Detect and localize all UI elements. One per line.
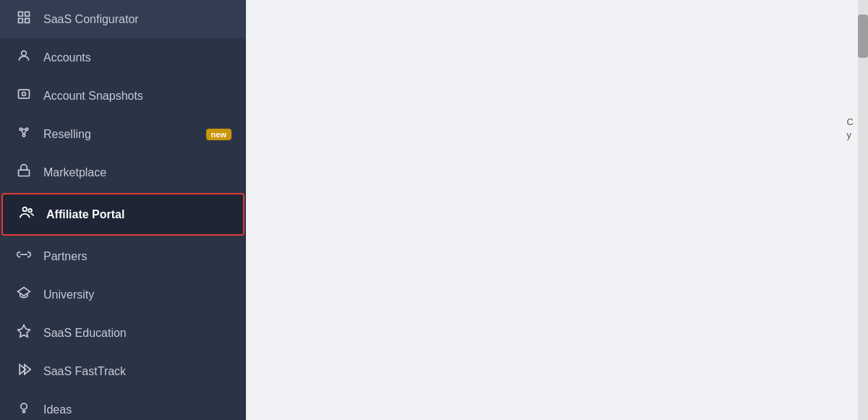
account-snapshots-icon [14,87,33,105]
svg-rect-13 [19,170,30,176]
sidebar-item-account-snapshots[interactable]: Account Snapshots [0,77,246,115]
svg-point-14 [23,207,27,212]
scrollbar-thumb[interactable] [858,14,868,58]
sidebar-item-affiliate-portal[interactable]: Affiliate Portal [1,193,244,236]
svg-line-11 [22,130,23,134]
reselling-badge: new [206,129,231,140]
saas-configurator-icon [14,10,33,28]
sidebar-item-partners[interactable]: Partners [0,237,246,275]
saas-education-icon [14,324,33,342]
saas-education-label: SaaS Education [43,327,231,340]
svg-rect-3 [19,19,23,23]
sidebar-item-saas-configurator[interactable]: SaaS Configurator [0,0,246,38]
svg-rect-5 [19,90,30,98]
sidebar: SaaS ConfiguratorAccountsAccount Snapsho… [0,0,246,420]
accounts-icon [14,48,33,67]
svg-line-12 [25,130,26,134]
marketplace-icon [14,163,33,181]
ideas-icon [14,400,33,419]
hint-line1: C [847,116,854,127]
account-snapshots-label: Account Snapshots [43,90,231,103]
svg-point-7 [20,128,22,130]
accounts-label: Accounts [43,51,231,64]
sidebar-item-saas-education[interactable]: SaaS Education [0,314,246,352]
marketplace-label: Marketplace [43,166,231,179]
scrollbar-track[interactable] [858,0,868,420]
sidebar-item-university[interactable]: University [0,275,246,314]
ideas-label: Ideas [43,403,231,416]
affiliate-portal-icon [17,205,36,224]
partners-label: Partners [43,250,231,263]
hint-box: C y [847,116,854,142]
sidebar-item-marketplace[interactable]: Marketplace [0,153,246,192]
svg-rect-2 [25,19,30,23]
svg-point-19 [21,403,27,409]
svg-rect-1 [25,12,30,17]
svg-rect-0 [19,12,23,17]
main-content: C y [246,0,868,420]
hint-line2: y [847,129,852,140]
svg-point-9 [22,134,25,137]
partners-icon [14,247,33,265]
svg-point-6 [22,93,26,96]
sidebar-item-saas-fasttrack[interactable]: SaaS FastTrack [0,352,246,390]
university-icon [14,286,33,304]
reselling-icon [14,125,33,143]
sidebar-item-ideas[interactable]: Ideas [0,390,246,420]
svg-point-15 [28,209,32,213]
university-label: University [43,288,231,301]
svg-point-4 [22,51,27,56]
sidebar-item-accounts[interactable]: Accounts [0,38,246,77]
svg-point-8 [26,128,28,130]
saas-fasttrack-label: SaaS FastTrack [43,365,231,378]
reselling-label: Reselling [43,128,193,141]
saas-configurator-label: SaaS Configurator [43,13,231,26]
sidebar-item-reselling[interactable]: Resellingnew [0,115,246,153]
saas-fasttrack-icon [14,362,33,380]
affiliate-portal-label: Affiliate Portal [46,208,229,221]
